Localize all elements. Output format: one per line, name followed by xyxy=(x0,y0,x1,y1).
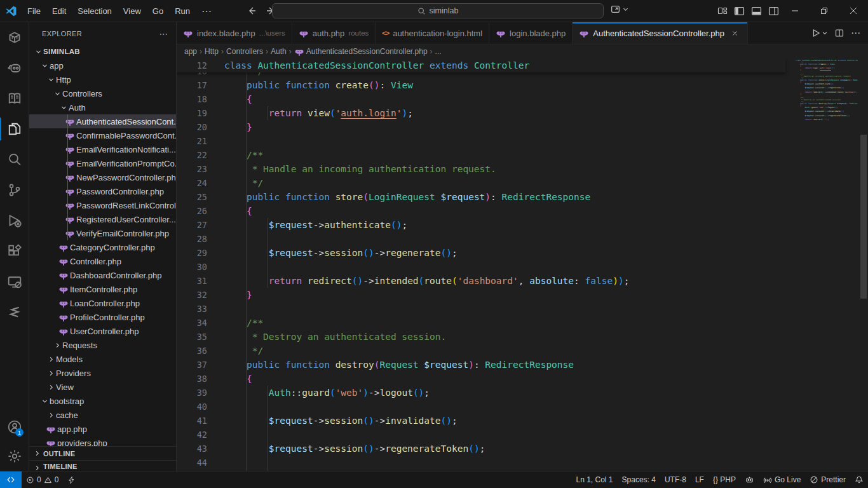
customize-layout-icon[interactable] xyxy=(717,6,728,16)
breadcrumb-separator: › xyxy=(430,47,433,56)
outline-section[interactable]: OUTLINE xyxy=(29,446,176,460)
status-copilot[interactable] xyxy=(740,471,759,488)
tab-authenticatedsessioncontroller-php[interactable]: AuthenticatedSessionController.php xyxy=(573,22,748,44)
tree-item-newpasswordcontroller-php[interactable]: NewPasswordController.php xyxy=(29,170,176,184)
code-editor[interactable]: 16 */17 public function create(): View18… xyxy=(177,58,868,471)
activity-accounts[interactable]: 1 xyxy=(0,412,29,442)
breadcrumb-item[interactable]: Http xyxy=(205,47,219,56)
tree-item-usercontroller-php[interactable]: UserController.php xyxy=(29,324,176,338)
tree-item-requests[interactable]: Requests xyxy=(29,338,176,352)
explorer-more-actions-icon[interactable]: ⋯ xyxy=(159,29,168,39)
command-center-search[interactable]: siminlab xyxy=(272,3,604,18)
tree-item-categorycontroller-php[interactable]: CategoryController.php xyxy=(29,240,176,254)
tree-item-view[interactable]: View xyxy=(29,380,176,394)
tree-item-registeredusercontroller-[interactable]: RegisteredUserController.... xyxy=(29,212,176,226)
tree-item-confirmablepasswordcont-[interactable]: ConfirmablePasswordCont... xyxy=(29,128,176,142)
status-language-mode[interactable]: {} PHP xyxy=(709,471,740,488)
status-notifications[interactable] xyxy=(850,471,868,488)
tab-auth-php[interactable]: auth.phproutes xyxy=(292,22,376,44)
close-tab-icon[interactable] xyxy=(729,27,741,39)
tree-item-controllers[interactable]: Controllers xyxy=(29,86,176,100)
breadcrumb-item[interactable]: ... xyxy=(435,47,442,56)
run-dropdown-icon[interactable] xyxy=(822,30,828,36)
activity-container-tools[interactable] xyxy=(0,22,29,53)
activity-s-extension[interactable] xyxy=(0,297,29,327)
line-number: 44 xyxy=(177,458,207,468)
tree-item-controller-php[interactable]: Controller.php xyxy=(29,254,176,268)
restore-button[interactable] xyxy=(810,0,839,22)
status-encoding[interactable]: UTF-8 xyxy=(660,471,691,488)
activity-remote-explorer[interactable] xyxy=(0,266,29,297)
tree-item-app-php[interactable]: app.php xyxy=(29,422,176,436)
tree-item-bootstrap[interactable]: bootstrap xyxy=(29,394,176,408)
minimize-button[interactable] xyxy=(780,0,810,22)
menu-file[interactable]: File xyxy=(22,4,46,18)
menu-view[interactable]: View xyxy=(118,4,147,18)
tree-item-app[interactable]: app xyxy=(29,58,176,72)
tab-authentication-login-html[interactable]: <>authentication-login.html xyxy=(376,22,489,44)
sticky-scroll-line[interactable]: 12class AuthenticatedSessionController e… xyxy=(177,58,785,72)
toggle-panel-icon[interactable] xyxy=(751,6,762,17)
activity-run-debug[interactable] xyxy=(0,205,29,236)
profile-launch-icon[interactable] xyxy=(610,4,621,15)
tree-item-verifyemailcontroller-php[interactable]: VerifyEmailController.php xyxy=(29,226,176,240)
activity-explorer[interactable] xyxy=(0,114,29,144)
chevron-down-icon[interactable] xyxy=(622,6,629,13)
activity-extensions[interactable] xyxy=(0,236,29,266)
status-eol[interactable]: LF xyxy=(691,471,709,488)
html-file-icon: <> xyxy=(382,29,389,37)
activity-docs-reader[interactable] xyxy=(0,83,29,114)
debug-console-item[interactable] xyxy=(63,471,80,488)
editor-more-actions-icon[interactable]: ⋯ xyxy=(851,27,860,39)
menu-run[interactable]: Run xyxy=(169,4,196,18)
activity-source-control[interactable] xyxy=(0,175,29,205)
tree-item-auth[interactable]: Auth xyxy=(29,100,176,114)
tab-login-blade-php[interactable]: login.blade.php xyxy=(489,22,573,44)
toggle-sidebar-icon[interactable] xyxy=(734,6,745,17)
breadcrumb-item[interactable]: Auth xyxy=(271,47,287,56)
activity-ai-assistant[interactable] xyxy=(0,53,29,83)
status-go-live[interactable]: Go Live xyxy=(759,471,805,488)
breadcrumb-item[interactable]: Controllers xyxy=(226,47,263,56)
menu-overflow[interactable]: ⋯ xyxy=(196,3,217,20)
split-editor-icon[interactable] xyxy=(834,28,844,38)
breadcrumb-item[interactable]: app xyxy=(184,47,197,56)
status-cursor-position[interactable]: Ln 1, Col 1 xyxy=(571,471,617,488)
run-file-icon[interactable] xyxy=(811,28,821,38)
vertical-scrollbar[interactable] xyxy=(860,135,867,299)
tree-item-siminlab[interactable]: SIMINLAB xyxy=(29,44,176,58)
tab-index-blade-php[interactable]: index.blade.php...\users xyxy=(177,22,292,44)
tree-item-profilecontroller-php[interactable]: ProfileController.php xyxy=(29,310,176,324)
timeline-section[interactable]: TIMELINE xyxy=(29,460,176,471)
remote-indicator[interactable] xyxy=(0,471,22,488)
activity-settings[interactable] xyxy=(0,442,29,471)
tree-item-emailverificationpromptco-[interactable]: EmailVerificationPromptCo... xyxy=(29,156,176,170)
status-prettier[interactable]: Prettier xyxy=(805,471,850,488)
status-indentation[interactable]: Spaces: 4 xyxy=(618,471,660,488)
tree-item-emailverificationnotificati-[interactable]: EmailVerificationNotificati... xyxy=(29,142,176,156)
tree-item-passwordcontroller-php[interactable]: PasswordController.php xyxy=(29,184,176,198)
toggle-secondary-sidebar-icon[interactable] xyxy=(768,6,779,17)
tree-item-providers-php[interactable]: providers.php xyxy=(29,436,176,446)
tree-item-dashboardcontroller-php[interactable]: DashboardController.php xyxy=(29,268,176,282)
tree-item-loancontroller-php[interactable]: LoanController.php xyxy=(29,296,176,310)
code-line: 35 * Destroy an authenticated session. xyxy=(177,330,868,344)
nav-back-icon[interactable] xyxy=(244,3,259,18)
code-line: 23 * Handle an incoming authentication r… xyxy=(177,162,868,176)
tree-item-passwordresetlinkcontrol-[interactable]: PasswordResetLinkControl... xyxy=(29,198,176,212)
menu-go[interactable]: Go xyxy=(147,4,169,18)
close-button[interactable] xyxy=(839,0,868,22)
file-tree: SIMINLABappHttpControllersAuthAuthentica… xyxy=(29,44,176,446)
tree-item-http[interactable]: Http xyxy=(29,72,176,86)
activity-search[interactable] xyxy=(0,144,29,175)
tree-item-itemcontroller-php[interactable]: ItemController.php xyxy=(29,282,176,296)
code-line: 37 public function destroy(Request $requ… xyxy=(177,358,868,372)
tree-item-authenticatedsessioncont-[interactable]: AuthenticatedSessionCont... xyxy=(29,114,176,128)
tree-item-models[interactable]: Models xyxy=(29,352,176,366)
menu-edit[interactable]: Edit xyxy=(46,4,72,18)
breadcrumb-item[interactable]: AuthenticatedSessionController.php xyxy=(294,46,428,57)
tree-item-cache[interactable]: cache xyxy=(29,408,176,422)
problems-indicator[interactable]: 0 0 xyxy=(22,471,63,488)
menu-selection[interactable]: Selection xyxy=(72,4,117,18)
tree-item-providers[interactable]: Providers xyxy=(29,366,176,380)
